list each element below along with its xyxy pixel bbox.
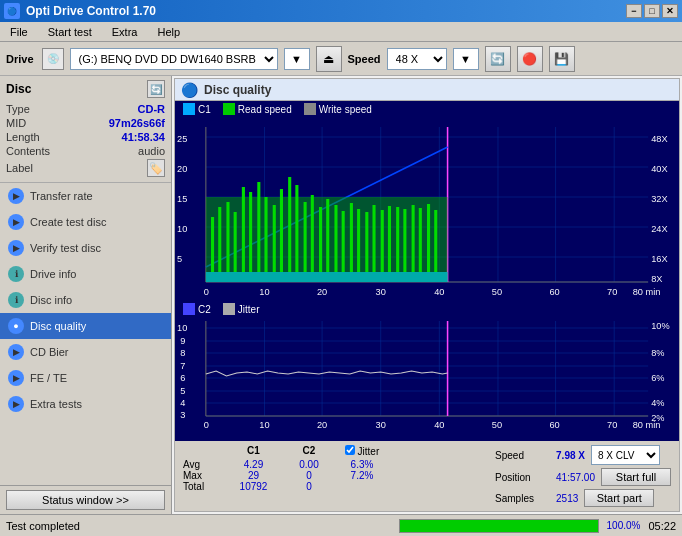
sidebar-item-disc-quality[interactable]: ● Disc quality: [0, 313, 171, 339]
sidebar-item-cd-bier[interactable]: ▶ CD Bier: [0, 339, 171, 365]
app-title: Opti Drive Control 1.70: [26, 4, 156, 18]
clv-select[interactable]: 8 X CLV 16 X CLV 32 X CLV: [591, 445, 660, 465]
jitter-label: Jitter: [358, 446, 380, 457]
speed-arrow-button[interactable]: ▼: [453, 48, 479, 70]
svg-text:20: 20: [317, 420, 327, 430]
sidebar-item-create-test-disc[interactable]: ▶ Create test disc: [0, 209, 171, 235]
refresh-button[interactable]: 🔄: [485, 46, 511, 72]
speed-key: Speed: [495, 450, 550, 461]
svg-text:5: 5: [177, 254, 182, 264]
maximize-button[interactable]: □: [644, 4, 660, 18]
sidebar-item-drive-info[interactable]: ℹ Drive info: [0, 261, 171, 287]
disc-refresh-button[interactable]: 🔄: [147, 80, 165, 98]
svg-text:10: 10: [177, 323, 187, 333]
menu-extra[interactable]: Extra: [106, 24, 144, 40]
bottom-chart-container: 10 9 8 7 6 5 4 3 10% 8% 6% 4% 2%: [175, 316, 679, 431]
svg-text:30: 30: [376, 287, 386, 297]
legend-jitter: Jitter: [223, 303, 260, 315]
svg-rect-39: [372, 205, 375, 282]
menu-help[interactable]: Help: [151, 24, 186, 40]
jitter-legend-label: Jitter: [238, 304, 260, 315]
menu-file[interactable]: File: [4, 24, 34, 40]
content-area: 🔵 Disc quality C1 Read speed: [172, 76, 682, 514]
drive-select[interactable]: (G:) BENQ DVD DD DW1640 BSRB: [70, 48, 278, 70]
create-test-icon: ▶: [8, 214, 24, 230]
progress-bar-fill: [400, 520, 598, 532]
stats-max-c2: 0: [289, 470, 329, 481]
speed-select[interactable]: 48 X 40 X 32 X 24 X 16 X 8 X: [387, 48, 447, 70]
nav-verify-test-label: Verify test disc: [30, 242, 101, 254]
stats-table: C1 C2 Jitter Avg 4.29 0.00 6.3%: [183, 445, 475, 492]
drive-arrow-button[interactable]: ▼: [284, 48, 310, 70]
drive-icon: 💿: [42, 48, 64, 70]
position-value: 41:57.00: [556, 472, 595, 483]
start-full-button[interactable]: Start full: [601, 468, 671, 486]
save-button[interactable]: 💾: [549, 46, 575, 72]
toolbar: Drive 💿 (G:) BENQ DVD DD DW1640 BSRB ▼ ⏏…: [0, 42, 682, 76]
svg-text:50: 50: [492, 287, 502, 297]
stats-avg-row: Avg 4.29 0.00 6.3%: [183, 459, 475, 470]
svg-text:7: 7: [180, 361, 185, 371]
sidebar-item-transfer-rate[interactable]: ▶ Transfer rate: [0, 183, 171, 209]
position-row: Position 41:57.00 Start full: [495, 468, 671, 486]
nav-create-test-label: Create test disc: [30, 216, 106, 228]
disc-contents-row: Contents audio: [6, 144, 165, 158]
speed-info-area: Speed 7.98 X 8 X CLV 16 X CLV 32 X CLV P…: [495, 445, 671, 507]
settings-button[interactable]: 🔴: [517, 46, 543, 72]
stats-total-row: Total 10792 0: [183, 481, 475, 492]
speed-row: Speed 7.98 X 8 X CLV 16 X CLV 32 X CLV: [495, 445, 671, 465]
stats-max-row: Max 29 0 7.2%: [183, 470, 475, 481]
status-window-button[interactable]: Status window >>: [6, 490, 165, 510]
svg-text:20: 20: [177, 164, 187, 174]
col-header-c1: C1: [226, 445, 281, 457]
svg-text:60: 60: [549, 420, 559, 430]
disc-mid-value: 97m26s66f: [109, 117, 165, 129]
stats-area: C1 C2 Jitter Avg 4.29 0.00 6.3%: [175, 441, 679, 511]
svg-rect-28: [288, 177, 291, 282]
stats-max-label: Max: [183, 470, 218, 481]
stats-total-c1: 10792: [226, 481, 281, 492]
stats-max-jitter: 7.2%: [337, 470, 387, 481]
write-legend-label: Write speed: [319, 104, 372, 115]
svg-rect-38: [365, 212, 368, 282]
eject-button[interactable]: ⏏: [316, 46, 342, 72]
start-part-button[interactable]: Start part: [584, 489, 654, 507]
svg-text:15: 15: [177, 194, 187, 204]
progress-text: 100.0%: [607, 520, 641, 531]
svg-rect-47: [434, 210, 437, 282]
svg-rect-23: [249, 192, 252, 282]
disc-mid-row: MID 97m26s66f: [6, 116, 165, 130]
disc-label-button[interactable]: 🏷️: [147, 159, 165, 177]
stats-avg-jitter: 6.3%: [337, 459, 387, 470]
jitter-checkbox[interactable]: [345, 445, 355, 455]
svg-text:40: 40: [434, 287, 444, 297]
nav-disc-info-label: Disc info: [30, 294, 72, 306]
minimize-button[interactable]: −: [626, 4, 642, 18]
menu-bar: File Start test Extra Help: [0, 22, 682, 42]
svg-rect-29: [295, 185, 298, 282]
bottom-chart-svg: 10 9 8 7 6 5 4 3 10% 8% 6% 4% 2%: [175, 316, 679, 431]
svg-text:48X: 48X: [651, 134, 667, 144]
speed-label: Speed: [348, 53, 381, 65]
sidebar-item-verify-test-disc[interactable]: ▶ Verify test disc: [0, 235, 171, 261]
sidebar-item-fe-te[interactable]: ▶ FE / TE: [0, 365, 171, 391]
sidebar-item-extra-tests[interactable]: ▶ Extra tests: [0, 391, 171, 417]
svg-text:30: 30: [376, 420, 386, 430]
title-bar-buttons[interactable]: − □ ✕: [626, 4, 678, 18]
svg-text:3: 3: [180, 410, 185, 420]
svg-text:10%: 10%: [651, 321, 669, 331]
nav-cd-bier-label: CD Bier: [30, 346, 69, 358]
svg-text:6%: 6%: [651, 373, 664, 383]
stats-header: C1 C2 Jitter: [183, 445, 475, 457]
svg-rect-35: [342, 211, 345, 282]
svg-rect-46: [427, 204, 430, 282]
close-button[interactable]: ✕: [662, 4, 678, 18]
svg-text:40X: 40X: [651, 164, 667, 174]
svg-rect-48: [206, 272, 448, 282]
svg-rect-34: [334, 205, 337, 282]
verify-test-icon: ▶: [8, 240, 24, 256]
sidebar-item-disc-info[interactable]: ℹ Disc info: [0, 287, 171, 313]
sidebar: Disc 🔄 Type CD-R MID 97m26s66f Length 41…: [0, 76, 172, 514]
fe-te-icon: ▶: [8, 370, 24, 386]
menu-start-test[interactable]: Start test: [42, 24, 98, 40]
